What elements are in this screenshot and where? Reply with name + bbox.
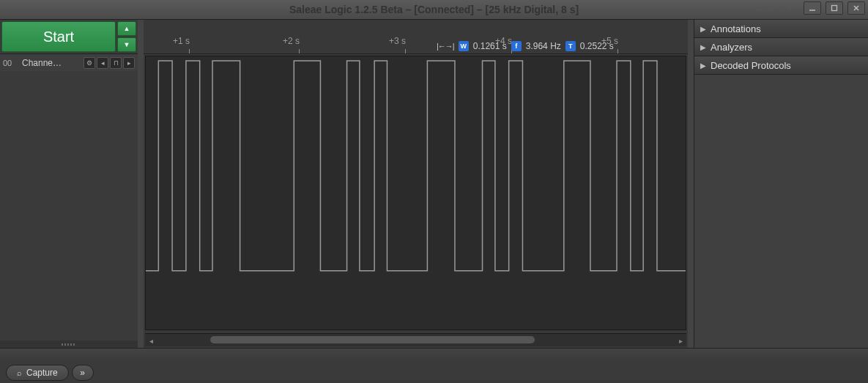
caret-down-icon: ▼ (124, 41, 130, 48)
caret-right-icon: ▶ (700, 62, 706, 70)
chevron-down-icon: ▾ (787, 3, 792, 13)
panel-decoded-protocols[interactable]: ▶ Decoded Protocols (694, 56, 868, 75)
panel-annotations[interactable]: ▶ Annotations (694, 20, 868, 38)
left-sidebar: Start ▲ ▼ 00 Channe… ⚙ ◂ ⊓ ▸ (0, 20, 138, 348)
options-label: Options (755, 3, 785, 13)
freq-value: 3.964 Hz (526, 41, 561, 51)
next-edge-icon: ▸ (127, 59, 131, 67)
title-bar: Saleae Logic 1.2.5 Beta – [Connected] – … (0, 0, 868, 20)
channel-settings-button[interactable]: ⚙ (84, 57, 95, 69)
waveform-svg (146, 56, 686, 275)
grip-icon (62, 343, 76, 346)
channel-pulse-button[interactable]: ⊓ (110, 57, 122, 69)
horizontal-scrollbar[interactable]: ◂ ▸ (145, 333, 686, 346)
tab-capture[interactable]: ⌕ Capture (6, 365, 69, 381)
minimize-button[interactable] (804, 1, 821, 15)
waveform-pane: +1 s +2 s +3 s +4 s +5 s |←→| W 0.1261 s… (144, 20, 688, 348)
channel-name: Channe… (22, 58, 81, 68)
panel-analyzers[interactable]: ▶ Analyzers (694, 38, 868, 56)
scrollbar-thumb[interactable] (210, 336, 535, 343)
vertical-splitter[interactable] (138, 20, 144, 348)
period-value: 0.2522 s (580, 41, 614, 51)
width-value: 0.1261 s (473, 41, 507, 51)
tab-more-button[interactable]: » (72, 365, 94, 381)
measurement-readout: |←→| W 0.1261 s f 3.964 Hz T 0.2522 s (437, 39, 614, 53)
start-up-button[interactable]: ▲ (117, 21, 136, 36)
caret-right-icon: ▶ (700, 43, 706, 51)
freq-badge-icon: f (511, 41, 522, 51)
chevrons-right-icon: » (80, 368, 85, 378)
width-badge-icon: W (459, 41, 469, 51)
maximize-button[interactable] (826, 1, 843, 15)
close-button[interactable] (847, 1, 865, 15)
panel-label: Analyzers (711, 42, 752, 53)
channel-index: 00 (3, 59, 19, 67)
channel-list-empty (0, 71, 138, 341)
channel-prev-edge-button[interactable]: ◂ (97, 57, 108, 69)
ruler-tick: +1 s (173, 36, 190, 46)
pulse-icon: ⊓ (114, 59, 119, 67)
interval-icon: |←→| (437, 42, 454, 51)
period-badge-icon: T (565, 41, 576, 51)
prev-edge-icon: ◂ (101, 59, 105, 67)
ruler-tick: +2 s (283, 36, 300, 46)
start-down-button[interactable]: ▼ (117, 37, 136, 52)
start-button[interactable]: Start (1, 21, 116, 52)
ruler-tick: +3 s (389, 36, 406, 46)
capture-icon: ⌕ (17, 368, 22, 377)
vertical-splitter-right[interactable] (688, 20, 694, 348)
svg-rect-1 (832, 6, 837, 11)
caret-up-icon: ▲ (124, 25, 130, 32)
caret-right-icon: ▶ (700, 25, 706, 33)
channel-row[interactable]: 00 Channe… ⚙ ◂ ⊓ ▸ (0, 54, 138, 71)
tab-label: Capture (26, 368, 58, 378)
options-menu[interactable]: Options ▾ (755, 3, 792, 13)
sidebar-resize-handle[interactable] (0, 341, 138, 348)
tab-bar: ⌕ Capture » (0, 362, 868, 383)
waveform-canvas[interactable] (145, 56, 686, 330)
status-bar (0, 348, 868, 362)
scroll-left-button[interactable]: ◂ (145, 334, 157, 347)
scroll-right-button[interactable]: ▸ (675, 334, 686, 347)
panel-label: Annotations (711, 23, 761, 34)
channel-next-edge-button[interactable]: ▸ (123, 57, 135, 69)
panel-label: Decoded Protocols (711, 60, 791, 71)
gear-icon: ⚙ (86, 59, 92, 67)
window-title: Saleae Logic 1.2.5 Beta – [Connected] – … (0, 4, 868, 15)
right-sidebar: ▶ Annotations ▶ Analyzers ▶ Decoded Prot… (694, 20, 868, 348)
